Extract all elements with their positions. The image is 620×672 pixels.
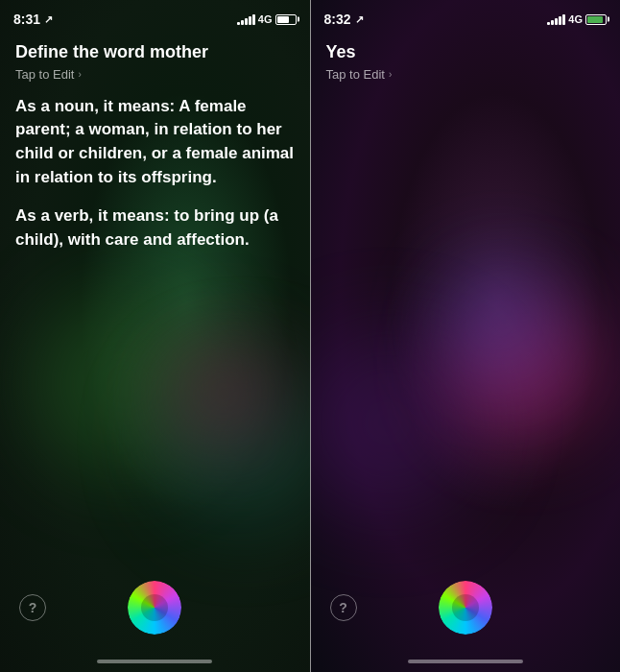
network-left: 4G xyxy=(258,13,273,25)
battery-fill-right xyxy=(587,16,603,23)
screen-divider xyxy=(310,0,311,672)
time-left: 8:31 xyxy=(13,12,40,27)
content-right: Yes Tap to Edit › xyxy=(311,35,621,316)
location-icon-right: ↗ xyxy=(355,13,364,26)
battery-right xyxy=(585,14,607,25)
chevron-icon-left: › xyxy=(78,69,81,80)
signal-bar-r5 xyxy=(562,14,565,25)
help-button-right[interactable]: ? xyxy=(330,594,357,621)
home-bar-left xyxy=(97,660,212,663)
response-text-left: As a noun, it means: A female parent; a … xyxy=(15,95,295,252)
signal-bars-right xyxy=(547,14,565,25)
battery-left xyxy=(275,14,297,25)
signal-bar-r3 xyxy=(555,18,558,25)
time-right: 8:32 xyxy=(324,12,351,27)
bottom-bar-right: ? xyxy=(311,574,621,651)
signal-bar-4 xyxy=(249,16,251,25)
chevron-icon-right: › xyxy=(389,69,392,80)
content-left: Define the word mother Tap to Edit › As … xyxy=(0,35,310,316)
siri-orb-right xyxy=(439,581,492,635)
query-title-left: Define the word mother xyxy=(15,42,295,63)
battery-body-left xyxy=(275,14,297,25)
status-left-right: 8:32 ↗ xyxy=(324,12,364,27)
status-right-left: 4G xyxy=(237,13,297,25)
status-left: 8:31 ↗ xyxy=(13,12,53,27)
signal-bar-r4 xyxy=(559,16,561,25)
response-noun: As a noun, it means: A female parent; a … xyxy=(15,95,295,190)
siri-button-right[interactable] xyxy=(439,581,492,635)
right-screen: 8:32 ↗ 4G Yes Tap to Edit › ? xyxy=(311,0,621,672)
bottom-bar-left: ? xyxy=(0,574,310,651)
signal-bar-r1 xyxy=(547,22,550,25)
home-indicator-right xyxy=(311,651,621,672)
response-verb: As a verb, it means: to bring up (a chil… xyxy=(15,204,295,252)
tap-to-edit-label-left: Tap to Edit xyxy=(15,67,74,82)
status-right-right: 4G xyxy=(547,13,607,25)
siri-orb-left xyxy=(128,581,181,635)
left-screen: 8:31 ↗ 4G Define the word mother Tap to … xyxy=(0,0,310,672)
home-indicator-left xyxy=(0,651,310,672)
signal-bars-left xyxy=(237,14,255,25)
query-title-right: Yes xyxy=(326,42,606,63)
signal-bar-1 xyxy=(237,22,240,25)
tap-to-edit-right[interactable]: Tap to Edit › xyxy=(326,67,606,82)
battery-fill-left xyxy=(277,16,290,23)
tap-to-edit-left[interactable]: Tap to Edit › xyxy=(15,67,295,82)
signal-bar-2 xyxy=(241,20,244,25)
status-bar-left: 8:31 ↗ 4G xyxy=(0,0,310,35)
siri-inner-left xyxy=(141,594,168,621)
signal-bar-r2 xyxy=(551,20,554,25)
siri-button-left[interactable] xyxy=(128,581,181,635)
home-bar-right xyxy=(408,660,523,663)
siri-inner-right xyxy=(452,594,479,621)
location-icon-left: ↗ xyxy=(44,13,53,26)
status-bar-right: 8:32 ↗ 4G xyxy=(311,0,621,35)
network-right: 4G xyxy=(568,13,583,25)
signal-bar-3 xyxy=(245,18,248,25)
help-button-left[interactable]: ? xyxy=(19,594,46,621)
tap-to-edit-label-right: Tap to Edit xyxy=(326,67,385,82)
signal-bar-5 xyxy=(252,14,255,25)
